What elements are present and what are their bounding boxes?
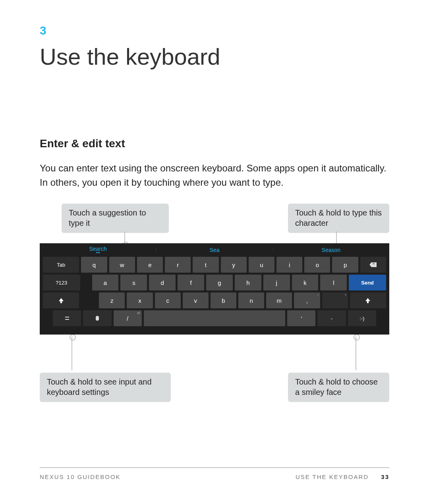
key-letter[interactable]: d [149,275,176,290]
shift-icon [365,298,370,303]
key-letter[interactable]: h [235,275,261,290]
chapter-title: Use the keyboard [40,43,389,70]
footer-section: USE THE KEYBOARD [296,473,369,480]
suggestion-item[interactable]: Sea [156,247,272,253]
key-settings[interactable] [53,310,81,326]
key-backspace[interactable] [360,257,386,273]
key-letter[interactable]: q [81,257,107,273]
footer-page-number: 33 [381,473,389,480]
key-apostrophe[interactable]: ' [287,310,315,326]
key-send[interactable]: Send [349,275,386,290]
backspace-icon [369,262,377,267]
key-letter[interactable]: u [249,257,274,273]
onscreen-keyboard: Search••• Sea Season Tab q w e r t y u i… [40,243,389,335]
key-slash[interactable]: @/ [114,310,142,326]
callout-suggestion: Touch a suggestion to type it [62,204,169,233]
key-letter[interactable]: j [263,275,290,290]
leader-line [72,337,72,370]
settings-icon [64,315,70,321]
shift-icon [59,298,64,303]
key-spacebar[interactable] [144,310,285,326]
callout-hold-character: Touch & hold to type this character [288,204,389,233]
key-tab[interactable]: Tab [43,257,79,273]
key-letter[interactable]: m [266,292,292,308]
page-footer: NEXUS 10 GUIDEBOOK USE THE KEYBOARD 33 [40,467,389,480]
keyboard-figure: Touch a suggestion to type it Touch & ho… [40,204,389,402]
leader-line [356,337,356,370]
key-letter[interactable]: b [211,292,236,308]
key-letter[interactable]: y [221,257,247,273]
key-letter[interactable]: p [332,257,358,273]
key-letter[interactable]: l [320,275,347,290]
chapter-number: 3 [40,24,389,37]
section-heading: Enter & edit text [40,137,389,150]
key-letter[interactable]: o [304,257,330,273]
key-letter[interactable]: k [292,275,319,290]
key-symbols[interactable]: ?123 [43,275,80,290]
key-letter[interactable]: s [120,275,147,290]
key-shift[interactable] [43,292,79,308]
section-body: You can enter text using the onscreen ke… [40,161,389,190]
key-letter[interactable]: r [165,257,191,273]
suggestion-item[interactable]: Search••• [40,246,156,255]
key-letter[interactable]: f [178,275,204,290]
suggestion-bar: Search••• Sea Season [40,243,389,257]
callout-smiley: Touch & hold to choose a smiley face [288,373,389,402]
key-question[interactable]: ? [322,292,348,308]
key-smiley[interactable]: :-) [348,310,376,326]
key-letter[interactable]: n [238,292,264,308]
key-letter[interactable]: i [276,257,302,273]
key-dash[interactable]: - [317,310,346,326]
key-shift[interactable] [350,292,386,308]
key-letter[interactable]: a [92,275,119,290]
key-letter[interactable]: v [183,292,209,308]
key-letter[interactable]: z [99,292,125,308]
suggestion-item[interactable]: Season [273,247,389,253]
key-letter[interactable]: c [155,292,181,308]
key-letter[interactable]: e [137,257,163,273]
footer-book-title: NEXUS 10 GUIDEBOOK [40,473,296,480]
callout-settings: Touch & hold to see input and keyboard s… [40,373,171,402]
key-letter[interactable]: w [109,257,135,273]
key-letter[interactable]: g [206,275,233,290]
mic-icon [96,316,99,321]
key-letter[interactable]: t [193,257,218,273]
key-letter[interactable]: x [127,292,153,308]
key-mic[interactable] [83,310,111,326]
key-comma[interactable]: !, [294,292,320,308]
